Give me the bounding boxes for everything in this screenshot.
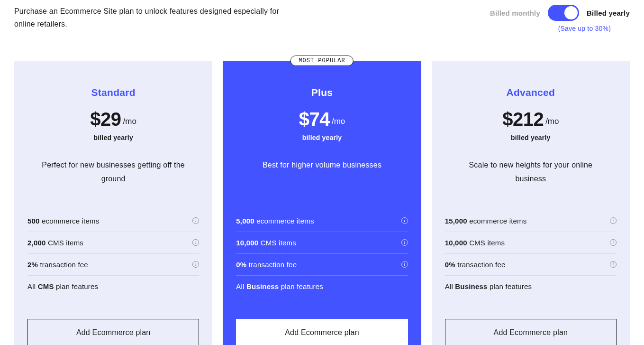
add-plan-button[interactable]: Add Ecommerce plan — [236, 319, 408, 345]
plan-billing-note: billed yearly — [27, 134, 199, 141]
plan-price: $29 — [90, 109, 121, 130]
feature-text: 10,000 CMS items — [445, 238, 505, 248]
feature-text: 5,000 ecommerce items — [236, 216, 314, 226]
feature-text: All Business plan features — [445, 281, 532, 291]
most-popular-badge: MOST POPULAR — [290, 56, 353, 66]
plan-price-row: $212/mo — [445, 109, 617, 130]
feature-row: 10,000 CMS items i — [236, 232, 408, 254]
plan-price-row: $29/mo — [27, 109, 199, 130]
plan-features-list: 500 ecommerce items i 2,000 CMS items i … — [27, 210, 199, 297]
feature-row: 2% transaction fee i — [27, 254, 199, 276]
plan-features-list: 5,000 ecommerce items i 10,000 CMS items… — [236, 210, 408, 297]
add-plan-button[interactable]: Add Ecommerce plan — [445, 319, 617, 345]
feature-row: 15,000 ecommerce items i — [445, 210, 617, 232]
feature-text: All Business plan features — [236, 281, 323, 291]
billed-yearly-label[interactable]: Billed yearly — [587, 9, 630, 17]
plan-description: Perfect for new businesses getting off t… — [27, 159, 199, 186]
feature-row: 500 ecommerce items i — [27, 210, 199, 232]
info-icon[interactable]: i — [401, 239, 408, 246]
info-icon[interactable]: i — [192, 261, 199, 268]
plan-name: Plus — [236, 87, 408, 98]
billing-controls: Billed monthly Billed yearly (Save up to… — [490, 5, 630, 32]
add-plan-button[interactable]: Add Ecommerce plan — [27, 319, 199, 345]
feature-text: 0% transaction fee — [236, 260, 297, 270]
info-icon[interactable]: i — [401, 261, 408, 268]
feature-text: 0% transaction fee — [445, 260, 506, 270]
plan-billing-note: billed yearly — [445, 134, 617, 141]
info-icon[interactable]: i — [192, 217, 199, 224]
billed-monthly-label[interactable]: Billed monthly — [490, 9, 540, 17]
plan-card-advanced: Advanced $212/mo billed yearly Scale to … — [432, 61, 630, 345]
info-icon[interactable]: i — [610, 217, 617, 224]
info-icon[interactable]: i — [610, 239, 617, 246]
plan-billing-note: billed yearly — [236, 134, 408, 141]
save-up-to-note: (Save up to 30%) — [558, 25, 611, 32]
billing-toggle[interactable] — [548, 5, 579, 21]
plan-features-list: 15,000 ecommerce items i 10,000 CMS item… — [445, 210, 617, 297]
plan-description: Scale to new heights for your online bus… — [445, 159, 617, 186]
plan-price-row: $74/mo — [236, 109, 408, 130]
plan-price-period: /mo — [545, 117, 559, 126]
feature-text: All CMS plan features — [27, 281, 98, 291]
plan-price: $212 — [502, 109, 544, 130]
feature-row: 5,000 ecommerce items i — [236, 210, 408, 232]
plan-card-plus: MOST POPULAR Plus $74/mo billed yearly B… — [223, 61, 421, 345]
plan-card-standard: Standard $29/mo billed yearly Perfect fo… — [14, 61, 212, 345]
intro-text: Purchase an Ecommerce Site plan to unloc… — [14, 5, 299, 30]
feature-text: 500 ecommerce items — [27, 216, 99, 226]
feature-text: 2% transaction fee — [27, 260, 88, 270]
plan-price: $74 — [299, 109, 330, 130]
feature-text: 2,000 CMS items — [27, 238, 83, 248]
toggle-knob — [564, 6, 578, 19]
feature-text: 15,000 ecommerce items — [445, 216, 527, 226]
info-icon[interactable]: i — [192, 239, 199, 246]
plan-name: Standard — [27, 87, 199, 98]
feature-row: 2,000 CMS items i — [27, 232, 199, 254]
feature-row: 0% transaction fee i — [236, 254, 408, 276]
info-icon[interactable]: i — [610, 261, 617, 268]
feature-text: 10,000 CMS items — [236, 238, 296, 248]
feature-row: 10,000 CMS items i — [445, 232, 617, 254]
info-icon[interactable]: i — [401, 217, 408, 224]
plan-description: Best for higher volume businesses — [236, 159, 408, 172]
feature-row: 0% transaction fee i — [445, 254, 617, 276]
feature-row: All CMS plan features — [27, 276, 199, 297]
plan-price-period: /mo — [123, 117, 136, 126]
billing-toggle-row: Billed monthly Billed yearly — [490, 5, 630, 21]
plan-price-period: /mo — [332, 117, 345, 126]
feature-row: All Business plan features — [236, 276, 408, 297]
pricing-cards: Standard $29/mo billed yearly Perfect fo… — [14, 61, 630, 345]
feature-row: All Business plan features — [445, 276, 617, 297]
plan-name: Advanced — [445, 87, 617, 98]
